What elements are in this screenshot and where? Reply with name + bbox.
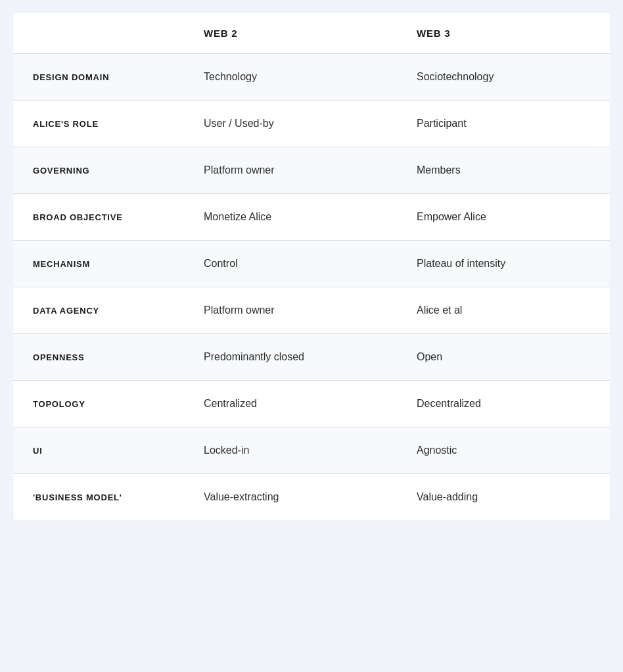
cell-web2: Platform owner: [184, 287, 397, 334]
cell-web3: Decentralized: [397, 381, 610, 427]
cell-category: 'BUSINESS MODEL': [13, 474, 184, 521]
cell-web3: Empower Alice: [397, 194, 610, 241]
table-row: TOPOLOGYCentralizedDecentralized: [13, 381, 610, 427]
cell-web3: Participant: [397, 101, 610, 147]
table-row: DESIGN DOMAINTechnologySociotechnology: [13, 54, 610, 101]
cell-category: TOPOLOGY: [13, 381, 184, 427]
cell-web3: Alice et al: [397, 287, 610, 334]
table-row: MECHANISMControlPlateau of intensity: [13, 241, 610, 287]
cell-web3: Open: [397, 334, 610, 381]
table-row: OPENNESSPredominantly closedOpen: [13, 334, 610, 381]
cell-web3: Sociotechnology: [397, 54, 610, 101]
cell-category: BROAD OBJECTIVE: [13, 194, 184, 241]
cell-category: GOVERNING: [13, 147, 184, 194]
table-header-row: WEB 2 WEB 3: [13, 13, 610, 54]
cell-category: DATA AGENCY: [13, 287, 184, 334]
cell-web3: Members: [397, 147, 610, 194]
table-row: BROAD OBJECTIVEMonetize AliceEmpower Ali…: [13, 194, 610, 241]
table-row: 'BUSINESS MODEL'Value-extractingValue-ad…: [13, 474, 610, 521]
cell-category: DESIGN DOMAIN: [13, 54, 184, 101]
header-category: [13, 13, 184, 54]
cell-web2: Monetize Alice: [184, 194, 397, 241]
cell-web2: Predominantly closed: [184, 334, 397, 381]
header-web3: WEB 3: [397, 13, 610, 54]
cell-category: MECHANISM: [13, 241, 184, 287]
comparison-table: WEB 2 WEB 3 DESIGN DOMAINTechnologySocio…: [13, 13, 610, 520]
header-web2: WEB 2: [184, 13, 397, 54]
cell-web2: User / Used-by: [184, 101, 397, 147]
cell-category: UI: [13, 427, 184, 474]
cell-web2: Value-extracting: [184, 474, 397, 521]
table-row: GOVERNINGPlatform ownerMembers: [13, 147, 610, 194]
cell-web2: Control: [184, 241, 397, 287]
cell-web3: Plateau of intensity: [397, 241, 610, 287]
cell-web2: Technology: [184, 54, 397, 101]
cell-web2: Locked-in: [184, 427, 397, 474]
table-row: DATA AGENCYPlatform ownerAlice et al: [13, 287, 610, 334]
table-row: ALICE'S ROLEUser / Used-byParticipant: [13, 101, 610, 147]
table-row: UILocked-inAgnostic: [13, 427, 610, 474]
cell-web2: Centralized: [184, 381, 397, 427]
cell-web2: Platform owner: [184, 147, 397, 194]
cell-category: ALICE'S ROLE: [13, 101, 184, 147]
cell-category: OPENNESS: [13, 334, 184, 381]
cell-web3: Value-adding: [397, 474, 610, 521]
cell-web3: Agnostic: [397, 427, 610, 474]
